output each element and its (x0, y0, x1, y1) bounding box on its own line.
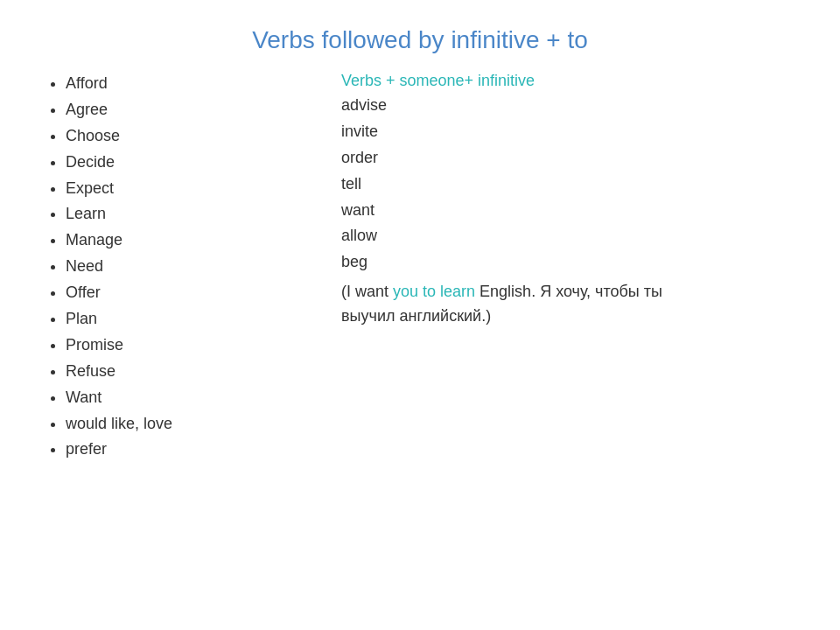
list-item: Learn (66, 202, 289, 227)
list-item: beg (341, 250, 796, 275)
note-line2: выучил английский.) (341, 307, 491, 325)
list-item: tell (341, 172, 796, 197)
note-line1: (I want you to learn English. Я хочу, чт… (341, 283, 662, 300)
list-item: Agree (66, 98, 289, 122)
list-item: Choose (66, 124, 289, 149)
list-item: Decide (66, 150, 289, 175)
left-verb-list: Afford Agree Choose Decide Expect Learn … (44, 72, 289, 462)
right-section-header: Verbs + someone+ infinitive (341, 72, 796, 90)
list-item: want (341, 199, 796, 223)
right-verb-list: advise invite order tell want allow beg (341, 94, 796, 275)
list-item: Expect (66, 177, 289, 201)
list-item: Refuse (66, 360, 289, 384)
list-item: Afford (66, 72, 289, 96)
list-item: Offer (66, 281, 289, 305)
list-item: invite (341, 120, 796, 144)
note-suffix: English. Я хочу, чтобы ты (475, 283, 662, 300)
list-item: Want (66, 386, 289, 410)
note-prefix: (I want (341, 283, 393, 300)
list-item: Promise (66, 333, 289, 358)
example-note: (I want you to learn English. Я хочу, чт… (341, 280, 796, 329)
list-item: would like, love (66, 412, 289, 437)
page-title: Verbs followed by infinitive + to (44, 26, 796, 54)
list-item: allow (341, 224, 796, 248)
list-item: order (341, 146, 796, 171)
list-item: prefer (66, 438, 289, 462)
list-item: advise (341, 94, 796, 118)
list-item: Plan (66, 307, 289, 332)
list-item: Manage (66, 228, 289, 253)
list-item: Need (66, 255, 289, 279)
note-highlight: you to learn (393, 283, 475, 300)
